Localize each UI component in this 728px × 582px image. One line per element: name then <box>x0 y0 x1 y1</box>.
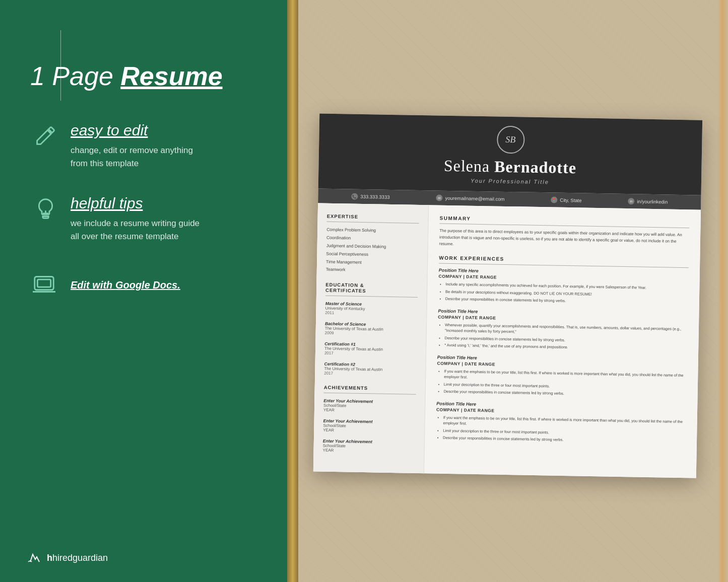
page-title-section: 1 Page Resume <box>30 60 262 92</box>
monogram: SB <box>496 126 524 154</box>
linkedin-icon: in <box>628 198 634 204</box>
edu-entry: Master of Science University of Kentucky… <box>325 301 417 317</box>
achievements-section: ACHIEVEMENTS Enter Your Achievement Scho… <box>322 385 416 454</box>
helpful-tips-feature: helpful tips we include a resume writing… <box>30 195 262 243</box>
email-icon: ✉ <box>436 195 442 201</box>
job-entry: Position Title Here COMPANY | DATE RANGE… <box>438 268 688 306</box>
list-item: Teamwork <box>325 267 418 274</box>
job-entry: Position Title Here COMPANY | DATE RANGE… <box>437 309 688 352</box>
summary-heading: SUMMARY <box>439 215 689 229</box>
edu-entry: Certification #1 The University of Texas… <box>324 341 416 357</box>
education-heading: EDUCATION &CERTIFICATES <box>325 282 417 298</box>
contact-email: ✉ youremailname@email.com <box>436 195 504 202</box>
brand-logo: hhiredguardian <box>28 552 108 564</box>
resume-sidebar: EXPERTISE Complex Problem Solving Coordi… <box>313 203 428 474</box>
pencil-icon <box>30 122 60 147</box>
work-heading: WORK EXPERIENCES <box>439 255 689 268</box>
brand-icon <box>28 552 43 564</box>
summary-text: The purpose of this area is to direct em… <box>439 228 689 252</box>
easy-edit-feature: easy to edit change, edit or remove anyt… <box>30 122 262 170</box>
google-docs-section: Edit with Google Docs. <box>30 273 262 298</box>
helpful-tips-description: we include a resume writing guideall ove… <box>71 217 200 243</box>
expertise-section: EXPERTISE Complex Problem Solving Coordi… <box>325 213 419 275</box>
job-bullets: If you want the emphasis to be on your t… <box>435 415 686 445</box>
google-docs-text: Edit with Google Docs. <box>71 279 180 291</box>
left-panel: 1 Page Resume easy to edit change, edit … <box>0 0 287 582</box>
lightbulb-icon <box>30 195 60 220</box>
left-strip <box>287 0 298 582</box>
achievement-entry: Enter Your Achievement School/State YEAR <box>323 418 415 434</box>
list-item: Judgment and Decision Making <box>326 243 418 251</box>
resume-main: SUMMARY The purpose of this area is to d… <box>424 205 700 479</box>
easy-edit-title: easy to edit <box>71 122 193 139</box>
education-section: EDUCATION &CERTIFICATES Master of Scienc… <box>324 282 418 377</box>
phone-icon: 📞 <box>351 193 358 200</box>
achievement-entry: Enter Your Achievement School/State YEAR <box>322 439 415 454</box>
expertise-list: Complex Problem Solving Coordination Jud… <box>325 227 419 275</box>
edu-entry: Certification #2 The University of Texas… <box>324 361 416 377</box>
page-title: 1 Page Resume <box>30 60 262 92</box>
easy-edit-content: easy to edit change, edit or remove anyt… <box>71 122 193 170</box>
list-item: Complex Problem Solving <box>326 227 419 235</box>
laptop-icon <box>30 273 60 298</box>
right-panel: SB Selena Bernadotte Your Professional T… <box>287 0 728 582</box>
svg-rect-4 <box>37 280 50 287</box>
job-bullets: Include any specific accomplishments you… <box>438 281 688 306</box>
job-bullets: Whenever possible, quantify your accompl… <box>437 322 688 352</box>
expertise-heading: EXPERTISE <box>326 213 419 224</box>
resume-body: EXPERTISE Complex Problem Solving Coordi… <box>313 203 700 479</box>
helpful-tips-title: helpful tips <box>71 195 200 212</box>
helpful-tips-content: helpful tips we include a resume writing… <box>71 195 200 243</box>
list-item: Time Management <box>326 259 418 267</box>
brand-text: hhiredguardian <box>47 553 108 563</box>
easy-edit-description: change, edit or remove anythingfrom this… <box>71 144 193 170</box>
contact-location: 📍 City, State <box>551 197 581 204</box>
work-experience-section: WORK EXPERIENCES Position Title Here COM… <box>435 255 688 445</box>
resume-document: SB Selena Bernadotte Your Professional T… <box>313 114 702 478</box>
job-entry: Position Title Here COMPANY | DATE RANGE… <box>435 401 686 445</box>
contact-linkedin: in in/yourlinkedin <box>628 198 668 205</box>
google-docs-brand: Google Docs. <box>115 279 180 290</box>
right-strip <box>717 0 728 582</box>
summary-section: SUMMARY The purpose of this area is to d… <box>439 215 689 252</box>
achievement-entry: Enter Your Achievement School/State YEAR <box>323 398 415 414</box>
job-bullets: If you want the emphasis to be on your t… <box>436 369 687 399</box>
edu-entry: Bachelor of Science The University of Te… <box>324 321 417 337</box>
contact-phone: 📞 333.333.3333 <box>351 193 389 200</box>
achievements-heading: ACHIEVEMENTS <box>323 385 416 395</box>
list-item: Coordination <box>326 235 418 243</box>
job-entry: Position Title Here COMPANY | DATE RANGE… <box>436 355 687 399</box>
list-item: Social Perceptiveness <box>326 251 418 259</box>
location-icon: 📍 <box>551 197 557 203</box>
resume-header: SB Selena Bernadotte Your Professional T… <box>318 114 702 195</box>
